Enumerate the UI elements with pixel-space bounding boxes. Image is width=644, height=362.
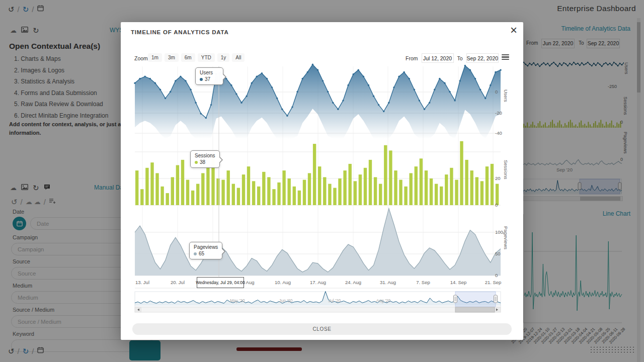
pageviews-axis-title: Pageviews (503, 226, 509, 249)
users-tooltip: Users 37 (195, 67, 223, 85)
tooltip-series-name: Sessions (195, 153, 215, 158)
navigator-month-label: Aug '20 (372, 298, 394, 303)
tooltip-value: 37 (205, 76, 210, 82)
tooltip-series-name: Pageviews (194, 244, 218, 250)
crosshair-date-tooltip: Wednesday, Jul 29, 04:00 (197, 277, 244, 288)
x-axis-label: 14. Sep (442, 280, 474, 285)
x-axis-label: 17. Aug (302, 280, 334, 285)
series-dot (194, 252, 197, 255)
x-axis-label: 31. Aug (372, 280, 404, 285)
x-axis-label: 24. Aug (337, 280, 369, 285)
x-axis-label: 10. Aug (267, 280, 299, 285)
close-button[interactable]: CLOSE (132, 323, 512, 335)
navigator-month-label: Jul '20 (324, 298, 346, 303)
users-axis-tick: -20 (495, 110, 512, 116)
tooltip-value: 38 (200, 159, 205, 165)
x-axis-label: 7. Sep (407, 280, 439, 285)
x-axis-label: 13. Jul (126, 280, 158, 285)
timeline-modal: TIMELINE OF ANALYTICS DATA × Zoom 1m3m6m… (121, 22, 523, 340)
x-axis-label: 21. Sep (477, 280, 509, 285)
tooltip-series-name: Users (200, 70, 219, 75)
sessions-tooltip: Sessions 38 (190, 150, 220, 168)
series-dot (200, 78, 203, 81)
timeline-chart[interactable] (121, 22, 523, 340)
screen: ↺ / ↻ / Enterprise Dashboard ☁ ↻ WYS Ope… (0, 0, 644, 362)
pageviews-tooltip: Pageviews 65 (189, 242, 222, 259)
users-axis-tick: -40 (495, 130, 512, 136)
sessions-axis-tick: 0 (495, 202, 512, 208)
tooltip-value: 65 (199, 251, 204, 256)
x-axis-label: 20. Jul (162, 280, 194, 285)
pageviews-axis-tick: 0 (495, 273, 512, 278)
series-dot (195, 161, 198, 164)
pageviews-axis-tick: 50 (495, 251, 512, 256)
navigator-month-label: May '20 (226, 298, 249, 303)
sessions-axis-title: Sessions (503, 160, 509, 179)
users-axis-title: Users (503, 89, 509, 102)
navigator-month-label: Jun '20 (275, 298, 297, 303)
